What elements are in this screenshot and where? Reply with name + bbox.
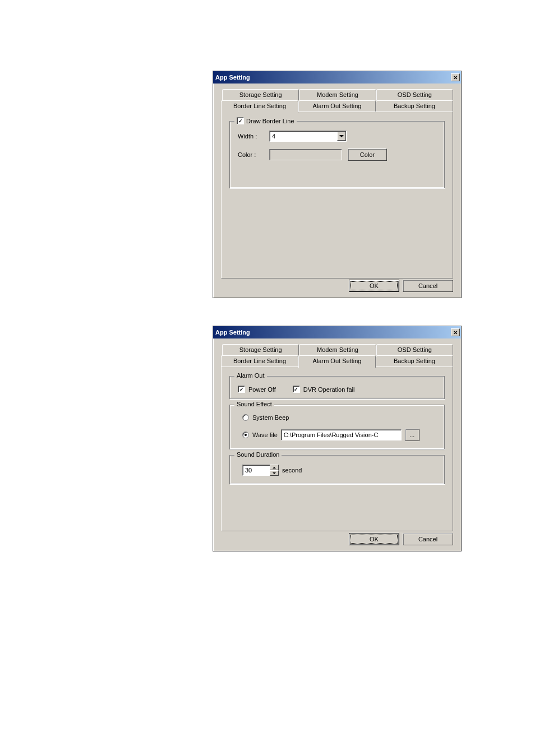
draw-border-legend: ✓ Draw Border Line (234, 117, 297, 124)
wave-file-label: Wave file (252, 432, 278, 438)
close-button[interactable]: ✕ (451, 73, 460, 81)
browse-button[interactable]: ... (405, 429, 419, 441)
close-icon: ✕ (453, 330, 458, 336)
tab-backup-setting[interactable]: Backup Setting (376, 355, 453, 367)
tab-row-2: Border Line Setting Alarm Out Setting Ba… (221, 100, 453, 112)
dialog-title: App Setting (215, 329, 250, 336)
sound-effect-group: Sound Effect System Beep Wave file ... (229, 405, 445, 449)
system-beep-label: System Beep (252, 414, 289, 421)
tab-storage-setting[interactable]: Storage Setting (222, 344, 299, 355)
ok-button[interactable]: OK (349, 280, 399, 292)
dialog-button-row: OK Cancel (349, 280, 453, 292)
titlebar: App Setting ✕ (213, 326, 461, 338)
width-row: Width : (238, 131, 436, 142)
tab-alarm-out-setting[interactable]: Alarm Out Setting (298, 355, 376, 368)
draw-border-label: Draw Border Line (246, 118, 294, 124)
power-off-checkbox[interactable]: ✓ (238, 386, 245, 393)
color-swatch (269, 149, 342, 160)
tab-row-1: Storage Setting Modem Setting OSD Settin… (222, 89, 453, 100)
tab-panel-alarm: Alarm Out ✓ Power Off ✓ DVR Operation fa… (221, 367, 453, 531)
draw-border-line-group: ✓ Draw Border Line Width : Color : Color (229, 121, 445, 188)
tab-modem-setting[interactable]: Modem Setting (299, 344, 376, 355)
tab-panel-border: ✓ Draw Border Line Width : Color : Color (221, 112, 453, 279)
close-button[interactable]: ✕ (451, 328, 460, 336)
width-input[interactable] (270, 131, 337, 141)
color-row: Color : Color (238, 149, 436, 161)
cancel-button[interactable]: Cancel (403, 280, 453, 292)
tab-row-2: Border Line Setting Alarm Out Setting Ba… (221, 355, 453, 367)
app-setting-dialog-alarm: App Setting ✕ Storage Setting Modem Sett… (213, 326, 462, 551)
alarm-out-group: Alarm Out ✓ Power Off ✓ DVR Operation fa… (229, 376, 445, 399)
app-setting-dialog-border: App Setting ✕ Storage Setting Modem Sett… (213, 71, 462, 298)
wave-file-radio[interactable] (242, 432, 249, 438)
dvr-fail-label: DVR Operation fail (303, 386, 355, 393)
system-beep-radio[interactable] (242, 414, 249, 421)
tab-border-line-setting[interactable]: Border Line Setting (221, 355, 298, 367)
tab-storage-setting[interactable]: Storage Setting (222, 89, 299, 100)
tab-row-1: Storage Setting Modem Setting OSD Settin… (222, 344, 453, 355)
tab-osd-setting[interactable]: OSD Setting (376, 89, 453, 100)
tab-osd-setting[interactable]: OSD Setting (376, 344, 453, 355)
width-dropdown-button[interactable] (337, 132, 346, 141)
dialog-title: App Setting (215, 74, 250, 81)
sound-effect-legend: Sound Effect (234, 401, 274, 407)
sound-duration-legend: Sound Duration (234, 451, 282, 458)
duration-spinner (242, 465, 279, 476)
tab-alarm-out-setting[interactable]: Alarm Out Setting (298, 100, 376, 112)
color-button[interactable]: Color (348, 149, 387, 161)
duration-unit: second (282, 467, 302, 474)
width-combo[interactable] (269, 131, 347, 142)
spin-up-button[interactable] (270, 465, 279, 470)
tab-border-line-setting[interactable]: Border Line Setting (221, 100, 298, 113)
draw-border-checkbox[interactable]: ✓ (237, 117, 244, 124)
duration-input[interactable] (242, 465, 270, 476)
spinner-buttons (270, 465, 279, 476)
dialog-body: Storage Setting Modem Setting OSD Settin… (213, 338, 461, 551)
cancel-button[interactable]: Cancel (403, 533, 453, 545)
dialog-body: Storage Setting Modem Setting OSD Settin… (213, 84, 461, 298)
sound-duration-group: Sound Duration second (229, 455, 445, 484)
dvr-fail-option: ✓ DVR Operation fail (293, 386, 355, 393)
ok-button[interactable]: OK (349, 533, 399, 545)
spin-down-button[interactable] (270, 470, 279, 476)
system-beep-option: System Beep (242, 414, 436, 421)
titlebar: App Setting ✕ (213, 71, 461, 84)
dvr-fail-checkbox[interactable]: ✓ (293, 386, 300, 393)
width-label: Width : (238, 133, 264, 140)
tab-backup-setting[interactable]: Backup Setting (376, 100, 453, 112)
wave-file-path-input[interactable] (281, 429, 402, 440)
power-off-option: ✓ Power Off (238, 386, 276, 393)
dialog-button-row: OK Cancel (349, 533, 453, 545)
alarm-out-legend: Alarm Out (234, 372, 267, 379)
power-off-label: Power Off (248, 386, 276, 393)
color-label: Color : (238, 151, 264, 158)
wave-file-option: Wave file ... (242, 429, 436, 441)
close-icon: ✕ (453, 75, 458, 81)
tab-modem-setting[interactable]: Modem Setting (299, 89, 376, 100)
